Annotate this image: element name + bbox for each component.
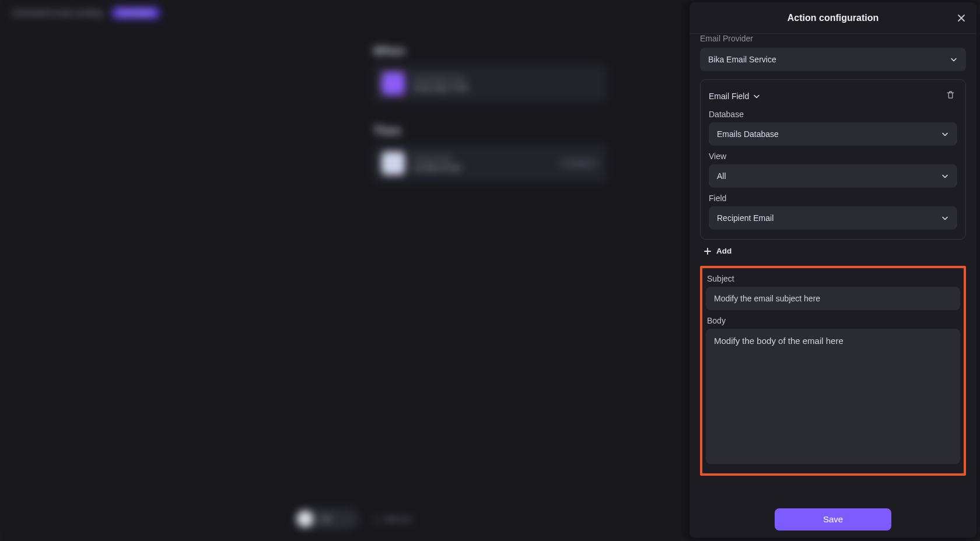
panel-footer: Save <box>690 500 977 538</box>
subject-body-highlight: Subject Body <box>700 266 966 476</box>
field-label: Field <box>709 194 957 203</box>
database-select[interactable]: Emails Database <box>709 122 957 146</box>
email-provider-select[interactable]: Bika Email Service <box>700 48 966 71</box>
body-textarea[interactable] <box>706 329 960 464</box>
database-label: Database <box>709 110 957 119</box>
chevron-down-icon <box>752 92 761 100</box>
enable-toggle: ON <box>295 508 359 529</box>
action-icon <box>382 152 405 175</box>
email-provider-label: Email Provider <box>700 34 966 43</box>
email-provider-value: Bika Email Service <box>708 55 776 64</box>
view-label: View <box>709 152 957 161</box>
trash-icon <box>946 90 955 99</box>
body-label: Body <box>707 316 960 325</box>
trigger-icon <box>382 72 405 95</box>
close-icon <box>957 13 966 23</box>
add-field-button[interactable]: Add <box>704 247 732 255</box>
chevron-down-icon <box>941 130 949 138</box>
subject-input[interactable] <box>706 287 960 310</box>
email-field-block: Email Field Database Emails Database <box>700 79 966 240</box>
panel-title: Action configuration <box>788 13 878 23</box>
chevron-down-icon <box>941 214 949 222</box>
field-value: Recipient Email <box>717 213 774 223</box>
view-value: All <box>717 171 726 181</box>
subject-label: Subject <box>707 274 960 283</box>
then-title: Then <box>373 124 607 138</box>
database-value: Emails Database <box>717 129 779 139</box>
view-select[interactable]: All <box>709 164 957 188</box>
action-config-panel: Action configuration Email Provider Bika… <box>690 2 977 538</box>
test-run-link: ▷Test run <box>375 508 411 529</box>
then-card: Send Email via Bika Email Configure <box>373 145 607 182</box>
chevron-down-icon <box>950 55 958 64</box>
breadcrumb-text: Scheduled email sending <box>12 8 103 17</box>
when-title: When <box>373 44 607 58</box>
when-card: Scheduled time Every day, 9 AM <box>373 65 607 102</box>
plus-icon <box>704 247 712 255</box>
delete-field-button[interactable] <box>944 88 957 104</box>
automation-badge: Automation <box>112 7 159 19</box>
field-select[interactable]: Recipient Email <box>709 206 957 230</box>
panel-header: Action configuration <box>690 2 977 34</box>
save-button[interactable]: Save <box>775 508 891 531</box>
chevron-down-icon <box>941 172 949 180</box>
close-button[interactable] <box>954 11 968 25</box>
email-field-name-toggle[interactable]: Email Field <box>709 92 761 101</box>
